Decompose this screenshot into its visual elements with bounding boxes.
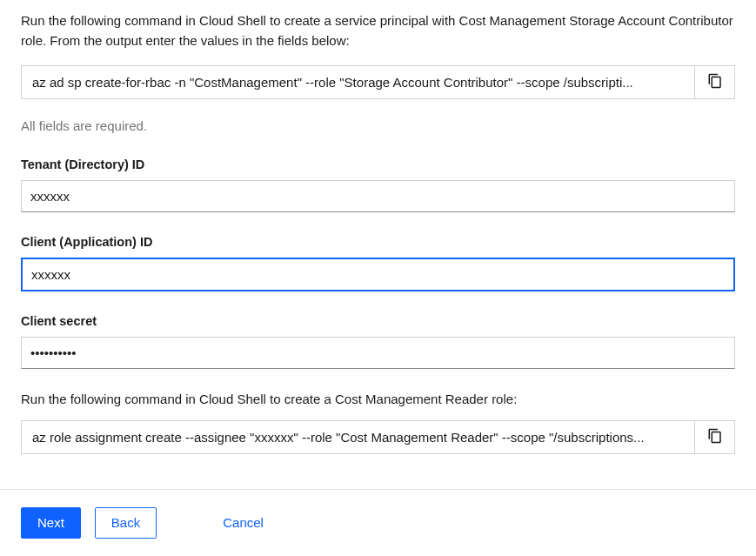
- input-client-id[interactable]: [21, 258, 735, 291]
- back-button[interactable]: Back: [95, 507, 157, 539]
- input-client-secret[interactable]: [21, 337, 735, 369]
- command-text-reader: az role assignment create --assignee "xx…: [22, 421, 694, 453]
- command-box-sp: az ad sp create-for-rbac -n "CostManagem…: [21, 65, 735, 99]
- input-tenant-id[interactable]: [21, 180, 735, 212]
- label-client-secret: Client secret: [21, 314, 735, 328]
- field-group-secret: Client secret: [21, 314, 735, 369]
- label-client-id: Client (Application) ID: [21, 235, 735, 249]
- field-group-tenant: Tenant (Directory) ID: [21, 157, 735, 212]
- footer-actions: Next Back Cancel: [0, 489, 756, 557]
- copy-icon: [707, 73, 723, 91]
- instruction-reader-role: Run the following command in Cloud Shell…: [21, 392, 735, 406]
- instruction-create-sp: Run the following command in Cloud Shell…: [21, 10, 735, 51]
- label-tenant-id: Tenant (Directory) ID: [21, 157, 735, 171]
- next-button[interactable]: Next: [21, 507, 81, 539]
- copy-button-sp[interactable]: [694, 66, 734, 98]
- command-box-reader: az role assignment create --assignee "xx…: [21, 420, 735, 454]
- command-text-sp: az ad sp create-for-rbac -n "CostManagem…: [22, 66, 694, 98]
- helper-required: All fields are required.: [21, 118, 735, 133]
- copy-button-reader[interactable]: [694, 421, 734, 453]
- copy-icon: [707, 428, 723, 446]
- field-group-client: Client (Application) ID: [21, 235, 735, 291]
- cancel-button[interactable]: Cancel: [219, 508, 267, 539]
